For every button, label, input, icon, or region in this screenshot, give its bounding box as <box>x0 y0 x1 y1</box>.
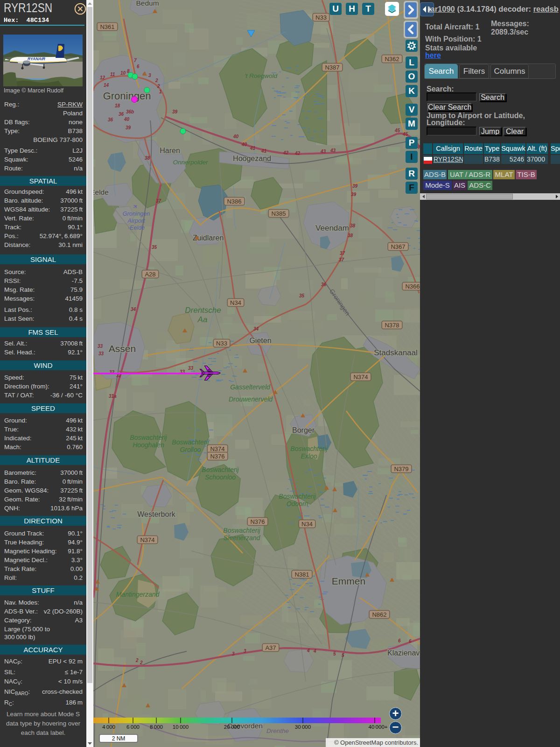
svg-text:5: 5 <box>342 653 344 658</box>
svg-text:38: 38 <box>348 233 353 238</box>
svg-text:Boswachterij: Boswachterij <box>130 434 167 441</box>
svg-text:Haren: Haren <box>160 147 180 155</box>
svg-text:41: 41 <box>250 146 256 151</box>
svg-text:36: 36 <box>108 117 113 122</box>
svg-text:31a: 31a <box>109 394 117 399</box>
svg-text:45: 45 <box>402 132 408 137</box>
svg-text:Boswachterij: Boswachterij <box>223 527 260 534</box>
svg-text:Boswachterij: Boswachterij <box>172 438 209 446</box>
svg-text:36: 36 <box>119 112 124 117</box>
svg-text:8 000: 8 000 <box>150 724 163 730</box>
svg-text:39: 39 <box>352 183 358 189</box>
svg-text:Grolloo: Grolloo <box>180 446 201 453</box>
svg-text:Drentsche: Drentsche <box>185 306 221 315</box>
svg-text:N379: N379 <box>394 465 408 472</box>
svg-text:N361: N361 <box>100 23 114 30</box>
svg-text:Boswachterij: Boswachterij <box>290 445 328 452</box>
svg-text:6: 6 <box>409 639 412 644</box>
svg-text:2: 2 <box>140 660 143 665</box>
svg-text:3: 3 <box>244 648 246 654</box>
svg-text:Onnerpolder: Onnerpolder <box>173 159 208 166</box>
svg-text:Boswachterij: Boswachterij <box>279 493 316 500</box>
svg-text:Drouwenerveld: Drouwenerveld <box>229 395 273 403</box>
svg-text:34: 34 <box>131 307 136 312</box>
svg-text:Klazienaveen: Klazienaveen <box>387 649 420 657</box>
svg-text:Veendam: Veendam <box>315 224 349 233</box>
svg-text:Groningen: Groningen <box>123 211 150 217</box>
svg-text:Bedum: Bedum <box>136 0 159 7</box>
svg-text:Hooghalen: Hooghalen <box>133 441 164 449</box>
svg-text:N362: N362 <box>385 56 399 63</box>
svg-text:33: 33 <box>98 351 104 356</box>
svg-text:39: 39 <box>172 109 178 114</box>
svg-text:Assen: Assen <box>109 343 136 354</box>
svg-text:N387: N387 <box>325 64 339 71</box>
svg-text:6 000: 6 000 <box>126 724 140 730</box>
svg-text:11: 11 <box>110 72 115 77</box>
svg-text:N374: N374 <box>353 374 368 381</box>
svg-text:40 000+: 40 000+ <box>369 724 388 730</box>
svg-text:3: 3 <box>232 651 235 656</box>
svg-text:Stadskanaal: Stadskanaal <box>374 348 418 357</box>
svg-text:14: 14 <box>104 83 109 88</box>
svg-text:20 000: 20 000 <box>224 724 240 730</box>
svg-text:39: 39 <box>351 192 357 197</box>
svg-text:Drenthe: Drenthe <box>266 727 289 734</box>
svg-text:4: 4 <box>307 648 310 653</box>
svg-text:4: 4 <box>313 648 316 654</box>
svg-text:36: 36 <box>321 282 327 287</box>
svg-text:4 000: 4 000 <box>102 724 115 730</box>
svg-text:N376: N376 <box>250 518 265 525</box>
svg-text:6: 6 <box>398 638 401 643</box>
svg-text:37: 37 <box>156 198 161 204</box>
svg-text:A28: A28 <box>145 271 155 278</box>
svg-text:Westerbork: Westerbork <box>137 510 176 518</box>
svg-text:43: 43 <box>330 148 336 153</box>
svg-text:N33: N33 <box>315 14 327 21</box>
svg-text:2: 2 <box>135 658 139 663</box>
svg-text:N374: N374 <box>210 445 224 452</box>
svg-text:41: 41 <box>261 148 267 154</box>
svg-text:N381: N381 <box>294 571 309 578</box>
svg-text:33: 33 <box>98 344 103 349</box>
svg-text:Mantingerzand: Mantingerzand <box>116 591 160 598</box>
svg-text:RYANAIR: RYANAIR <box>28 56 46 61</box>
svg-text:Schoonloo: Schoonloo <box>205 473 236 481</box>
svg-text:N34: N34 <box>301 521 313 528</box>
svg-text:30 000: 30 000 <box>295 724 311 730</box>
svg-text:34: 34 <box>253 326 259 331</box>
svg-text:42: 42 <box>294 151 301 156</box>
svg-text:Gasselterveld: Gasselterveld <box>230 383 271 391</box>
svg-text:40: 40 <box>241 142 247 147</box>
svg-text:Exloo: Exloo <box>301 452 317 460</box>
svg-text:36b: 36b <box>126 109 134 114</box>
svg-text:12: 12 <box>100 75 105 80</box>
svg-text:18: 18 <box>115 103 120 108</box>
svg-text:7: 7 <box>134 58 137 63</box>
svg-text:3: 3 <box>148 73 151 78</box>
svg-text:37: 37 <box>339 257 344 262</box>
svg-text:'t Roegwold: 't Roegwold <box>245 72 278 79</box>
svg-text:2: 2 <box>155 78 158 83</box>
svg-text:39: 39 <box>126 125 131 130</box>
svg-text:43: 43 <box>320 149 326 154</box>
svg-text:45: 45 <box>394 128 400 133</box>
svg-text:N367: N367 <box>391 243 405 250</box>
svg-text:N386: N386 <box>227 198 241 205</box>
svg-text:38: 38 <box>350 223 356 228</box>
svg-text:10: 10 <box>120 70 126 76</box>
svg-text:10 000: 10 000 <box>173 724 189 730</box>
svg-text:Gieten: Gieten <box>249 337 271 345</box>
svg-text:38: 38 <box>145 155 150 161</box>
svg-text:-Eelde: -Eelde <box>128 225 145 231</box>
svg-text:35: 35 <box>299 293 305 298</box>
svg-text:42: 42 <box>283 150 289 155</box>
svg-text:N378: N378 <box>385 322 399 329</box>
svg-text:1: 1 <box>159 89 162 94</box>
svg-text:N862: N862 <box>372 611 386 618</box>
svg-text:Aa: Aa <box>197 315 208 324</box>
svg-text:Eelde: Eelde <box>93 188 109 196</box>
svg-text:37: 37 <box>340 251 345 256</box>
svg-text:Hoogezand: Hoogezand <box>233 155 271 162</box>
svg-text:Boswachterij: Boswachterij <box>202 466 239 473</box>
